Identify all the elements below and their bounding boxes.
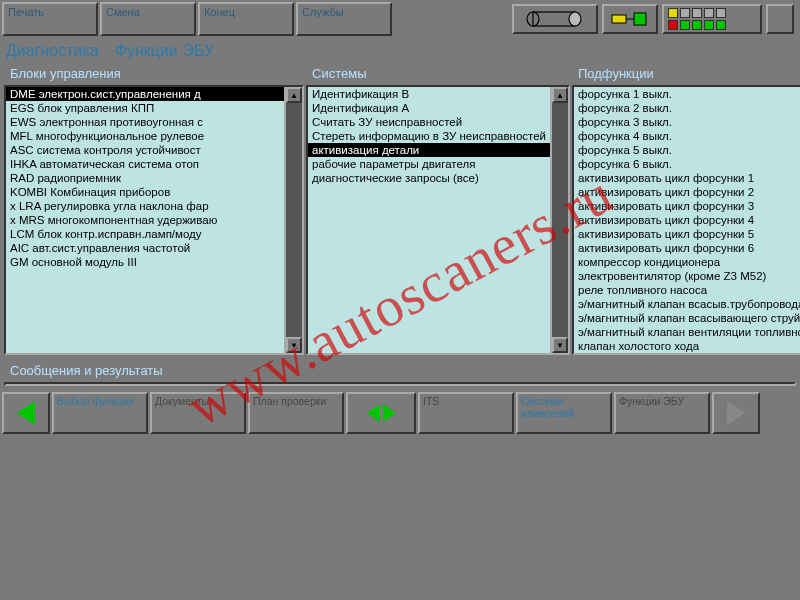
- top-icon-cluster: [394, 2, 798, 36]
- ecu-fn-button[interactable]: Функции ЭБУ: [614, 392, 710, 434]
- status-cluster-icon[interactable]: [662, 4, 762, 34]
- measure-system-button[interactable]: Система измерений: [516, 392, 612, 434]
- panel-blocks-title: Блоки управления: [4, 64, 304, 85]
- list-item[interactable]: рабочие параметры двигателя: [308, 157, 550, 171]
- list-item[interactable]: DME электрон.сист.управленения д: [6, 87, 284, 101]
- print-button[interactable]: Печать: [2, 2, 98, 36]
- list-item[interactable]: GM основной модуль III: [6, 255, 284, 269]
- list-item[interactable]: AIC авт.сист.управления частотой: [6, 241, 284, 255]
- list-item[interactable]: э/магнитный клапан всасывающего струйн.н…: [574, 311, 800, 325]
- documents-button[interactable]: Документы: [150, 392, 246, 434]
- scroll-up-icon[interactable]: ▲: [552, 87, 568, 103]
- list-item[interactable]: форсунка 2 выкл.: [574, 101, 800, 115]
- blocks-scrollbar[interactable]: ▲ ▼: [284, 87, 302, 353]
- nav-prev-button[interactable]: [2, 392, 50, 434]
- list-item[interactable]: активизировать цикл форсунки 6: [574, 241, 800, 255]
- its-button[interactable]: ITS: [418, 392, 514, 434]
- list-item[interactable]: x LRA регулировка угла наклона фар: [6, 199, 284, 213]
- page-title-a: Диагностика: [6, 42, 99, 60]
- list-item[interactable]: форсунка 1 выкл.: [574, 87, 800, 101]
- panel-systems: Системы Идентификация BИдентификация AСч…: [306, 64, 570, 355]
- list-item[interactable]: активизировать цикл форсунки 3: [574, 199, 800, 213]
- connector-icon[interactable]: [602, 4, 658, 34]
- panel-subfn-title: Подфункции: [572, 64, 800, 85]
- list-item[interactable]: форсунка 4 выкл.: [574, 129, 800, 143]
- list-item[interactable]: форсунка 5 выкл.: [574, 143, 800, 157]
- panels-row: Блоки управления DME электрон.сист.управ…: [0, 64, 800, 355]
- nav-left-icon: [367, 404, 380, 422]
- cylinder-icon[interactable]: [512, 4, 598, 34]
- test-plan-button[interactable]: План проверки: [248, 392, 344, 434]
- bottom-toolbar: Выбор функции Документы План проверки IT…: [0, 390, 800, 436]
- breadcrumb: Диагностика Функции ЭБУ: [0, 38, 800, 64]
- list-item[interactable]: активизация детали: [308, 143, 550, 157]
- scroll-down-icon[interactable]: ▼: [552, 337, 568, 353]
- list-item[interactable]: IHKA автоматическая система отоп: [6, 157, 284, 171]
- nav-next-button[interactable]: [712, 392, 760, 434]
- svg-rect-3: [612, 15, 626, 23]
- services-button[interactable]: Службы: [296, 2, 392, 36]
- list-item[interactable]: реле топливного насоса: [574, 283, 800, 297]
- subfn-list[interactable]: форсунка 1 выкл.форсунка 2 выкл.форсунка…: [574, 87, 800, 353]
- panel-subfunctions: Подфункции форсунка 1 выкл.форсунка 2 вы…: [572, 64, 800, 355]
- list-item[interactable]: активизировать цикл форсунки 2: [574, 185, 800, 199]
- messages-title: Сообщения и результаты: [4, 355, 796, 382]
- fn-select-button[interactable]: Выбор функции: [52, 392, 148, 434]
- top-toolbar: Печать Смена Конец Службы: [0, 0, 800, 38]
- list-item[interactable]: компрессор кондиционера: [574, 255, 800, 269]
- list-item[interactable]: RAD радиоприемник: [6, 171, 284, 185]
- blocks-list[interactable]: DME электрон.сист.управленения д EGS бло…: [6, 87, 284, 353]
- list-item[interactable]: Идентификация A: [308, 101, 550, 115]
- list-item[interactable]: LCM блок контр.исправн.ламп/моду: [6, 227, 284, 241]
- list-item[interactable]: EGS блок управления КПП: [6, 101, 284, 115]
- page-title-b: Функции ЭБУ: [115, 42, 214, 60]
- list-item[interactable]: активизировать цикл форсунки 1: [574, 171, 800, 185]
- list-item[interactable]: Идентификация B: [308, 87, 550, 101]
- list-item[interactable]: форсунка 3 выкл.: [574, 115, 800, 129]
- shift-button[interactable]: Смена: [100, 2, 196, 36]
- messages-panel: Сообщения и результаты: [0, 355, 800, 390]
- list-item[interactable]: клапан холостого хода: [574, 339, 800, 353]
- list-item[interactable]: диагностические запросы (все): [308, 171, 550, 185]
- list-item[interactable]: x MRS многокомпонентная удерживаю: [6, 213, 284, 227]
- systems-list[interactable]: Идентификация BИдентификация AСчитать ЗУ…: [308, 87, 550, 353]
- list-item[interactable]: э/магнитный клапан всасыв.трубопровода (…: [574, 297, 800, 311]
- scroll-down-icon[interactable]: ▼: [286, 337, 302, 353]
- list-item[interactable]: KOMBI Комбинация приборов: [6, 185, 284, 199]
- panel-systems-title: Системы: [306, 64, 570, 85]
- list-item[interactable]: активизировать цикл форсунки 4: [574, 213, 800, 227]
- svg-rect-5: [634, 13, 646, 25]
- list-item[interactable]: э/магнитный клапан вентиляции топливного…: [574, 325, 800, 339]
- list-item[interactable]: ASC система контроля устойчивост: [6, 143, 284, 157]
- list-item[interactable]: Считать ЗУ неисправностей: [308, 115, 550, 129]
- list-item[interactable]: MFL многофункциональное рулевое: [6, 129, 284, 143]
- list-item[interactable]: Стереть информацию в ЗУ неисправностей: [308, 129, 550, 143]
- end-button[interactable]: Конец: [198, 2, 294, 36]
- list-item[interactable]: электровентилятор (кроме Z3 M52): [574, 269, 800, 283]
- nav-right-icon: [383, 404, 396, 422]
- list-item[interactable]: EWS электронная противоугонная с: [6, 115, 284, 129]
- messages-box[interactable]: [4, 382, 796, 386]
- systems-scrollbar[interactable]: ▲ ▼: [550, 87, 568, 353]
- scroll-up-icon[interactable]: ▲: [286, 87, 302, 103]
- list-item[interactable]: форсунка 6 выкл.: [574, 157, 800, 171]
- help-button[interactable]: [766, 4, 794, 34]
- nav-pair[interactable]: [346, 392, 416, 434]
- panel-blocks: Блоки управления DME электрон.сист.управ…: [4, 64, 304, 355]
- list-item[interactable]: активизировать цикл форсунки 5: [574, 227, 800, 241]
- svg-point-2: [569, 12, 581, 26]
